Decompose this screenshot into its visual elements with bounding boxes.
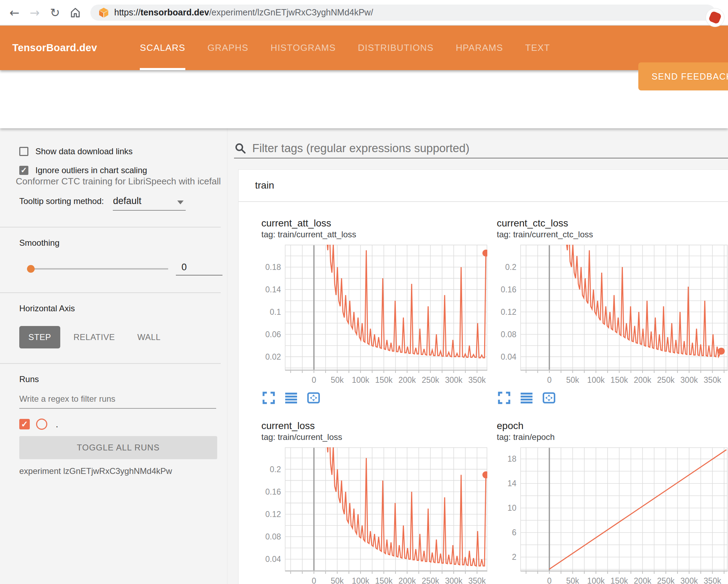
svg-text:0: 0 xyxy=(312,576,316,584)
train-section-title: train xyxy=(255,180,274,191)
train-section-card: train current_att_loss tag: train/curren… xyxy=(238,169,728,584)
tooltip-sorting-value: default xyxy=(113,196,141,206)
svg-text:100k: 100k xyxy=(587,375,605,385)
smoothing-value[interactable]: 0 xyxy=(176,262,222,276)
chart-title: current_att_loss xyxy=(261,217,474,229)
runs-filter-input[interactable]: Write a regex to filter runs xyxy=(19,394,216,409)
ignore-outliers-checkbox[interactable]: ✓ xyxy=(19,166,28,175)
toggle-all-runs-button[interactable]: TOGGLE ALL RUNS xyxy=(19,436,217,459)
svg-text:250k: 250k xyxy=(657,375,675,385)
tag-filter[interactable] xyxy=(234,139,728,158)
show-download-links-label: Show data download links xyxy=(35,147,133,156)
svg-text:100k: 100k xyxy=(587,576,605,584)
tab-hparams[interactable]: HPARAMS xyxy=(456,26,503,70)
tab-text[interactable]: TEXT xyxy=(525,26,550,70)
chart-card: current_loss tag: train/current_loss 0.2… xyxy=(239,405,474,584)
svg-text:14: 14 xyxy=(507,479,516,488)
svg-text:0.04: 0.04 xyxy=(501,352,516,361)
smoothing-label: Smoothing xyxy=(19,238,227,248)
chart-card: current_att_loss tag: train/current_att_… xyxy=(239,202,474,405)
runs-label: Runs xyxy=(19,374,227,384)
run-checkbox[interactable]: ✓ xyxy=(19,419,30,429)
divider xyxy=(0,227,221,228)
home-icon[interactable] xyxy=(65,7,85,19)
chart-title: epoch xyxy=(497,420,728,432)
axis-relative-button[interactable]: RELATIVE xyxy=(64,326,124,348)
svg-text:100k: 100k xyxy=(352,375,369,385)
svg-text:300k: 300k xyxy=(680,375,698,385)
svg-text:300k: 300k xyxy=(680,576,698,584)
svg-text:0: 0 xyxy=(547,576,552,584)
svg-text:200k: 200k xyxy=(634,375,651,385)
content: Show data download links ✓ Ignore outlie… xyxy=(0,128,728,584)
chart-plot[interactable]: 0.180.140.10.060.02050k100k150k200k250k3… xyxy=(261,245,487,387)
data-series-icon[interactable] xyxy=(520,391,533,405)
svg-text:0.02: 0.02 xyxy=(265,352,281,361)
chart-card: epoch tag: train/epoch 18141062050k100k1… xyxy=(474,405,728,584)
brand-logo: TensorBoard.dev xyxy=(12,42,97,54)
runs-filter-placeholder: Write a regex to filter runs xyxy=(19,394,115,403)
horizontal-axis-toggle: STEP RELATIVE WALL xyxy=(19,326,227,348)
svg-text:0.04: 0.04 xyxy=(265,555,281,564)
chart-plot[interactable]: 0.20.160.120.080.04050k100k150k200k250k3… xyxy=(261,447,487,584)
svg-text:50k: 50k xyxy=(566,576,579,584)
svg-text:350k: 350k xyxy=(704,576,721,584)
experiment-title: Conformer CTC training for LibriSpeech w… xyxy=(16,176,221,187)
send-feedback-button[interactable]: SEND FEEDBACK xyxy=(638,62,728,90)
tooltip-sorting-select[interactable]: default xyxy=(113,196,186,211)
svg-text:0.1: 0.1 xyxy=(270,307,281,317)
tab-scalars[interactable]: SCALARS xyxy=(140,26,185,70)
chart-card: current_ctc_loss tag: train/current_ctc_… xyxy=(474,202,728,405)
chart-plot[interactable]: 0.20.160.120.080.04050k100k150k200k250k3… xyxy=(496,245,728,387)
svg-text:0.2: 0.2 xyxy=(505,263,516,272)
svg-text:150k: 150k xyxy=(375,576,393,584)
svg-text:0.16: 0.16 xyxy=(501,285,516,294)
svg-text:0.14: 0.14 xyxy=(265,285,281,294)
tab-graphs[interactable]: GRAPHS xyxy=(207,26,248,70)
divider xyxy=(0,363,221,364)
tab-distributions[interactable]: DISTRIBUTIONS xyxy=(358,26,433,70)
show-download-links-checkbox[interactable] xyxy=(19,147,28,156)
chart-tag: tag: train/epoch xyxy=(497,432,728,442)
forward-icon[interactable]: → xyxy=(25,6,45,20)
data-series-icon[interactable] xyxy=(284,391,298,405)
fullscreen-icon[interactable] xyxy=(497,391,511,405)
tag-filter-input[interactable] xyxy=(252,141,728,155)
svg-text:0.08: 0.08 xyxy=(265,532,281,541)
smoothing-slider[interactable] xyxy=(31,268,168,270)
svg-text:18: 18 xyxy=(507,454,516,463)
nav-tabs: SCALARSGRAPHSHISTOGRAMSDISTRIBUTIONSHPAR… xyxy=(140,26,550,70)
train-section-header[interactable]: train xyxy=(239,170,728,202)
site-favicon xyxy=(98,7,109,18)
svg-text:350k: 350k xyxy=(704,375,721,385)
svg-text:250k: 250k xyxy=(657,576,675,584)
svg-text:200k: 200k xyxy=(634,576,651,584)
experiment-title-bar: Conformer CTC training for LibriSpeech w… xyxy=(0,70,728,128)
search-icon xyxy=(234,142,247,155)
address-bar[interactable]: https://tensorboard.dev/experiment/lzGnE… xyxy=(90,5,715,21)
svg-text:2: 2 xyxy=(512,552,516,562)
tab-histograms[interactable]: HISTOGRAMS xyxy=(270,26,336,70)
fit-domain-icon[interactable] xyxy=(307,391,320,405)
run-color-swatch[interactable] xyxy=(36,419,47,430)
svg-text:10: 10 xyxy=(507,503,516,512)
axis-step-button[interactable]: STEP xyxy=(19,326,60,348)
main-panel: train current_att_loss tag: train/curren… xyxy=(228,128,728,584)
svg-text:0.16: 0.16 xyxy=(265,487,281,496)
smoothing-slider-thumb[interactable] xyxy=(27,265,35,273)
fullscreen-icon[interactable] xyxy=(262,391,275,405)
svg-text:300k: 300k xyxy=(445,375,462,385)
chart-tag: tag: train/current_loss xyxy=(261,432,474,442)
svg-text:50k: 50k xyxy=(331,576,344,584)
back-icon[interactable]: ← xyxy=(4,6,25,20)
axis-wall-button[interactable]: WALL xyxy=(128,326,170,348)
chart-plot[interactable]: 18141062050k100k150k200k250k300k350k xyxy=(496,447,728,584)
tooltip-sorting-label: Tooltip sorting method: xyxy=(19,196,104,206)
run-name: . xyxy=(56,419,58,430)
extension-icon[interactable] xyxy=(706,8,724,27)
chart-title: current_ctc_loss xyxy=(497,217,728,229)
reload-icon[interactable]: ↻ xyxy=(45,6,65,20)
fit-domain-icon[interactable] xyxy=(542,391,556,405)
svg-text:0.06: 0.06 xyxy=(265,330,281,339)
svg-text:0.08: 0.08 xyxy=(501,330,516,339)
